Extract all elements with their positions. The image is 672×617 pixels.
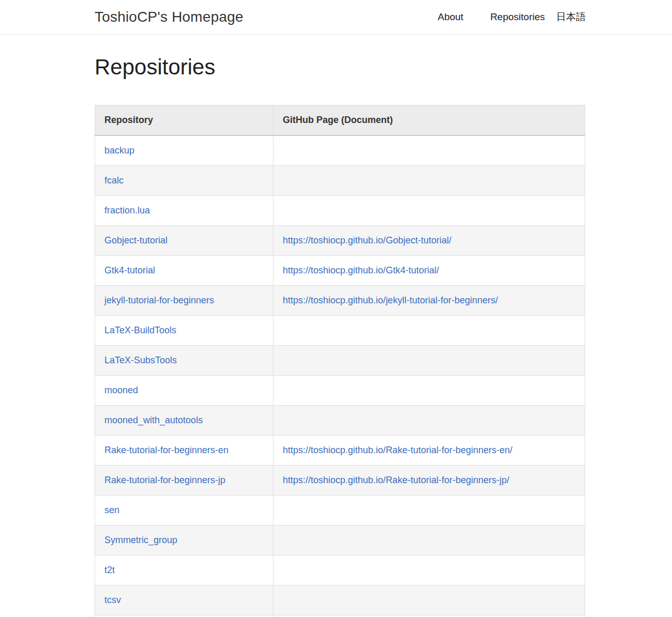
repository-cell: backup [95, 135, 273, 166]
repository-cell: Rake-tutorial-for-beginners-en [95, 436, 273, 466]
table-body: backup fcalc fraction.lua Gobject-tutori… [95, 135, 585, 617]
navbar-inner: ToshioCP's Homepage About Repositories 日… [95, 9, 586, 25]
repository-cell: Gobject-tutorial [95, 226, 273, 256]
repo-link[interactable]: tcsv [104, 595, 121, 605]
repo-link[interactable]: mooned [104, 385, 138, 395]
table-row: backup [95, 135, 585, 166]
github-page-cell [273, 526, 585, 556]
repository-cell: fraction.lua [95, 196, 273, 226]
nav-link-about[interactable]: About [438, 11, 464, 23]
github-page-cell [273, 406, 585, 436]
table-row: sen [95, 496, 585, 526]
column-header-github-page: GitHub Page (Document) [273, 105, 585, 136]
table-row: LaTeX-BuildTools [95, 316, 585, 346]
repository-cell: mooned_with_autotools [95, 406, 273, 436]
page-title: Repositories [95, 54, 586, 80]
table-row: fraction.lua [95, 196, 585, 226]
table-row: tcsv [95, 585, 585, 615]
table-row: mooned [95, 376, 585, 406]
repo-link[interactable]: Rake-tutorial-for-beginners-en [104, 445, 228, 455]
repository-cell: t2t [95, 556, 273, 585]
main-nav: About Repositories 日本語 [438, 10, 586, 24]
table-row: fcalc [95, 166, 585, 196]
column-header-repository: Repository [95, 105, 273, 136]
table-head: Repository GitHub Page (Document) [95, 105, 585, 136]
repo-link[interactable]: jekyll-tutorial-for-beginners [104, 295, 214, 305]
github-page-cell: https://toshiocp.github.io/Rake-tutorial… [273, 466, 585, 496]
repository-cell: Rake-tutorial-for-beginners-jp [95, 466, 273, 496]
repository-cell: tcsv [95, 585, 273, 615]
table-header-row: Repository GitHub Page (Document) [95, 105, 585, 136]
github-page-cell [273, 346, 585, 376]
repo-link[interactable]: Gtk4-tutorial [104, 265, 155, 275]
repo-doc-link[interactable]: https://toshiocp.github.io/Rake-tutorial… [283, 475, 509, 485]
github-page-cell [273, 376, 585, 406]
nav-link-japanese[interactable]: 日本語 [556, 10, 586, 24]
navbar: ToshioCP's Homepage About Repositories 日… [0, 0, 672, 35]
github-page-cell: https://toshiocp.github.io/jekyll-tutori… [273, 286, 585, 316]
github-page-cell [273, 166, 585, 196]
github-page-cell: https://toshiocp.github.io/Gtk4-tutorial… [273, 256, 585, 286]
main-content: Repositories Repository GitHub Page (Doc… [95, 54, 586, 617]
table-row: t2t [95, 556, 585, 585]
github-page-cell [273, 135, 585, 166]
repo-doc-link[interactable]: https://toshiocp.github.io/Gobject-tutor… [283, 235, 451, 245]
repository-cell: jekyll-tutorial-for-beginners [95, 286, 273, 316]
table-row: Symmetric_group [95, 526, 585, 556]
repo-link[interactable]: fraction.lua [104, 205, 150, 215]
github-page-cell [273, 556, 585, 585]
table-row: Rake-tutorial-for-beginners-en https://t… [95, 436, 585, 466]
github-page-cell: https://toshiocp.github.io/Rake-tutorial… [273, 436, 585, 466]
table-row: jekyll-tutorial-for-beginners https://to… [95, 286, 585, 316]
repo-link[interactable]: t2t [104, 565, 115, 575]
repository-cell: mooned [95, 376, 273, 406]
table-row: Gobject-tutorial https://toshiocp.github… [95, 226, 585, 256]
repo-doc-link[interactable]: https://toshiocp.github.io/jekyll-tutori… [283, 295, 498, 305]
github-page-cell [273, 496, 585, 526]
github-page-cell [273, 316, 585, 346]
github-page-cell [273, 196, 585, 226]
repository-cell: Symmetric_group [95, 526, 273, 556]
table-row: mooned_with_autotools [95, 406, 585, 436]
repo-link[interactable]: backup [104, 145, 134, 156]
repo-link[interactable]: LaTeX-BuildTools [104, 325, 176, 335]
repository-cell: Gtk4-tutorial [95, 256, 273, 286]
table-row: Rake-tutorial-for-beginners-jp https://t… [95, 466, 585, 496]
repository-cell: sen [95, 496, 273, 526]
nav-link-repositories[interactable]: Repositories [490, 11, 545, 23]
repositories-table: Repository GitHub Page (Document) backup… [95, 105, 585, 617]
table-row: Gtk4-tutorial https://toshiocp.github.io… [95, 256, 585, 286]
repo-doc-link[interactable]: https://toshiocp.github.io/Rake-tutorial… [283, 445, 512, 455]
github-page-cell [273, 585, 585, 615]
repository-cell: LaTeX-SubsTools [95, 346, 273, 376]
repo-link[interactable]: Symmetric_group [104, 535, 177, 545]
repo-link[interactable]: mooned_with_autotools [104, 415, 203, 425]
table-row: LaTeX-SubsTools [95, 346, 585, 376]
github-page-cell: https://toshiocp.github.io/Gobject-tutor… [273, 226, 585, 256]
repository-cell: fcalc [95, 166, 273, 196]
repo-link[interactable]: fcalc [104, 175, 124, 186]
repo-link[interactable]: sen [104, 505, 119, 515]
repo-link[interactable]: Gobject-tutorial [104, 235, 167, 245]
repo-doc-link[interactable]: https://toshiocp.github.io/Gtk4-tutorial… [283, 265, 439, 275]
repository-cell: LaTeX-BuildTools [95, 316, 273, 346]
repo-link[interactable]: Rake-tutorial-for-beginners-jp [104, 475, 225, 485]
site-brand-link[interactable]: ToshioCP's Homepage [95, 9, 243, 25]
repo-link[interactable]: LaTeX-SubsTools [104, 355, 177, 365]
